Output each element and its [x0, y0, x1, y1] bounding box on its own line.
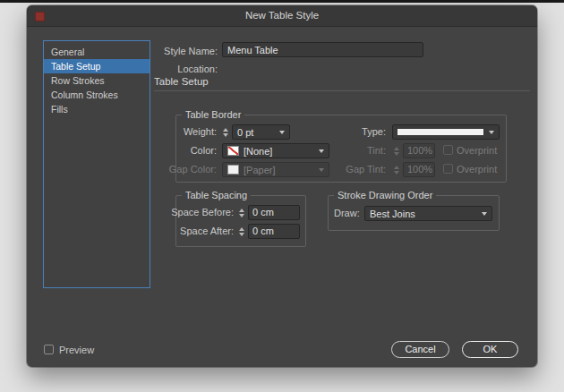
- overprint-checkbox: [443, 145, 453, 155]
- screen-top-edge: [0, 0, 564, 3]
- section-divider: [154, 90, 530, 91]
- gap-color-value: [Paper]: [244, 165, 275, 175]
- style-name-label: Style Name:: [164, 46, 218, 56]
- stepper-down-icon: [239, 233, 244, 236]
- gap-tint-label: Gap Tint:: [346, 164, 386, 175]
- table-border-legend: Table Border: [182, 109, 244, 120]
- new-table-style-dialog: New Table Style General Table Setup Row …: [27, 5, 537, 367]
- type-label: Type:: [362, 126, 386, 137]
- draw-order-dropdown[interactable]: Best Joins: [364, 206, 492, 221]
- space-after-stepper[interactable]: [237, 225, 246, 238]
- table-border-group: Table Border Weight: 0 pt Type: Color: […: [175, 115, 507, 183]
- space-after-label: Space After:: [180, 226, 234, 236]
- gap-color-label: Gap Color:: [169, 164, 217, 175]
- stepper-up-icon: [239, 209, 244, 212]
- cancel-button[interactable]: Cancel: [391, 341, 449, 358]
- dialog-titlebar[interactable]: New Table Style: [27, 5, 537, 27]
- gap-color-dropdown: [Paper]: [222, 162, 329, 177]
- solid-stroke-preview-icon: [397, 129, 483, 135]
- space-after-field[interactable]: 0 cm: [248, 224, 300, 239]
- tint-value-field: 100%: [403, 143, 435, 158]
- stepper-down-icon: [239, 214, 244, 217]
- ok-button[interactable]: OK: [462, 341, 518, 358]
- location-label: Location:: [177, 64, 218, 74]
- weight-stepper[interactable]: [221, 125, 230, 139]
- color-label: Color:: [191, 145, 217, 156]
- border-color-value: [None]: [244, 146, 272, 157]
- space-before-stepper[interactable]: [237, 206, 246, 219]
- tint-label: Tint:: [367, 145, 386, 156]
- tint-stepper: [392, 144, 401, 158]
- gap-tint-stepper: [392, 163, 401, 176]
- stepper-up-icon: [394, 147, 399, 150]
- table-spacing-group: Table Spacing Space Before: 0 cm Space A…: [175, 195, 306, 247]
- chevron-down-icon: [279, 131, 285, 134]
- chevron-down-icon: [489, 131, 494, 134]
- stroke-drawing-order-group: Stroke Drawing Order Draw: Best Joins: [328, 195, 500, 231]
- none-swatch-icon: [227, 146, 239, 156]
- dialog-title: New Table Style: [27, 10, 537, 21]
- stepper-up-icon: [394, 166, 399, 169]
- preview-checkbox[interactable]: [44, 345, 54, 354]
- paper-swatch-icon: [227, 165, 239, 175]
- sidebar-item-general[interactable]: General: [44, 45, 150, 59]
- style-name-input[interactable]: [222, 42, 423, 57]
- space-before-label: Space Before:: [171, 207, 234, 217]
- stroke-drawing-order-legend: Stroke Drawing Order: [334, 190, 436, 200]
- stepper-up-icon: [223, 128, 228, 132]
- style-settings-list: General Table Setup Row Strokes Column S…: [43, 40, 150, 288]
- chevron-down-icon: [482, 212, 487, 216]
- gap-overprint-checkbox: [443, 164, 453, 174]
- space-before-field[interactable]: 0 cm: [248, 205, 300, 220]
- draw-label: Draw:: [334, 208, 360, 218]
- section-title: Table Setup: [154, 76, 209, 87]
- weight-dropdown[interactable]: 0 pt: [232, 124, 290, 140]
- stepper-down-icon: [394, 152, 399, 156]
- border-color-dropdown[interactable]: [None]: [222, 143, 329, 158]
- chevron-down-icon: [319, 149, 324, 153]
- sidebar-item-column-strokes[interactable]: Column Strokes: [44, 88, 150, 102]
- gap-tint-value-field: 100%: [403, 162, 435, 177]
- stepper-down-icon: [394, 171, 399, 175]
- weight-label: Weight:: [184, 126, 217, 137]
- weight-value: 0 pt: [237, 127, 253, 138]
- chevron-down-icon: [319, 168, 324, 172]
- stepper-down-icon: [223, 133, 228, 137]
- overprint-label: Overprint: [457, 145, 497, 156]
- draw-order-value: Best Joins: [370, 209, 415, 219]
- sidebar-item-fills[interactable]: Fills: [44, 102, 150, 116]
- sidebar-item-row-strokes[interactable]: Row Strokes: [44, 73, 150, 88]
- stepper-up-icon: [239, 227, 244, 231]
- sidebar-item-table-setup[interactable]: Table Setup: [44, 59, 150, 73]
- stroke-type-dropdown[interactable]: [392, 124, 500, 140]
- gap-overprint-label: Overprint: [457, 164, 497, 175]
- preview-label: Preview: [59, 345, 94, 355]
- table-spacing-legend: Table Spacing: [182, 190, 251, 200]
